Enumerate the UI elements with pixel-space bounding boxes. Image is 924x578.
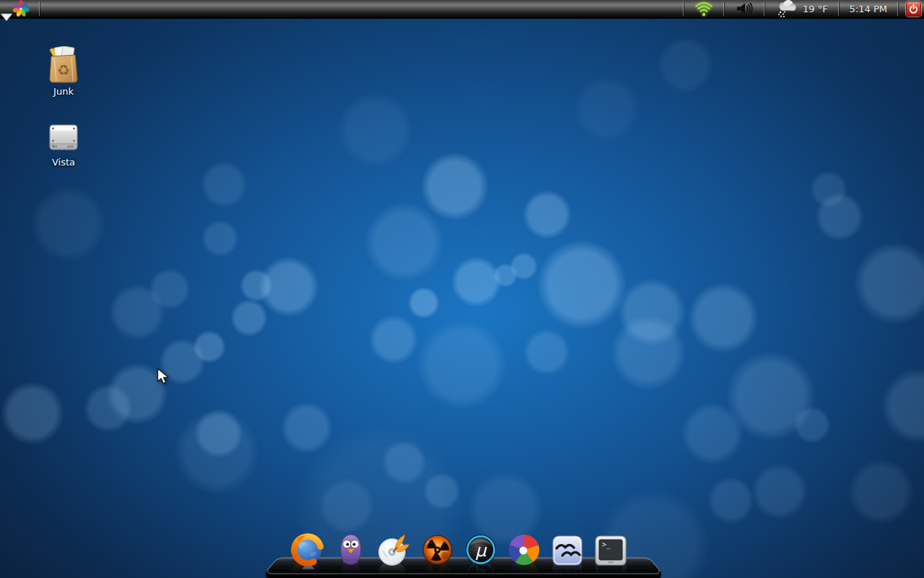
clock-label: 5:14 PM: [850, 4, 887, 14]
wifi-signal-icon: [694, 1, 713, 17]
bokeh-circle: [815, 192, 864, 241]
desktop-icon-vista[interactable]: Vista: [33, 120, 94, 168]
bokeh-circle: [421, 152, 489, 220]
panel-separator: [838, 1, 840, 16]
bokeh-circle: [510, 252, 538, 280]
bokeh-circle: [417, 320, 507, 410]
desktop[interactable]: ♻ Junk Vista: [0, 0, 924, 578]
bokeh-circle: [382, 440, 427, 485]
bokeh-circle: [258, 256, 318, 316]
picasa-pinwheel-icon: [507, 533, 541, 566]
bokeh-circle: [523, 190, 572, 239]
volume-tray-item[interactable]: [726, 0, 762, 17]
dock-item-openoffice[interactable]: [551, 529, 584, 566]
panel-separator: [897, 1, 899, 16]
bokeh-circle: [688, 282, 759, 354]
bokeh-circle: [201, 220, 239, 257]
pidgin-bird-icon: [335, 532, 367, 566]
bokeh-circle: [106, 363, 168, 425]
panel-separator: [683, 1, 684, 16]
bokeh-circle: [149, 268, 190, 309]
bokeh-circle: [810, 171, 847, 208]
desktop-icon-junk[interactable]: ♻ Junk: [33, 46, 94, 97]
firefox-icon: [291, 533, 324, 566]
dock-items: µ: [291, 529, 627, 566]
bokeh-circle: [707, 477, 754, 524]
panel-separator: [39, 1, 40, 16]
bokeh-circle: [611, 315, 686, 390]
power-button[interactable]: [906, 1, 921, 17]
bokeh-circle: [618, 278, 686, 346]
terminal-icon: >_: [594, 535, 627, 566]
panel-separator: [764, 1, 765, 16]
snow-cloud-icon: [775, 0, 798, 18]
dock-item-cd-butterfly[interactable]: [378, 529, 411, 566]
bokeh-circle: [201, 161, 248, 208]
bokeh-circle: [681, 402, 744, 465]
panel-separator: [723, 1, 725, 16]
bokeh-circle: [31, 186, 106, 262]
bokeh-circle: [451, 256, 502, 307]
dock-item-radiation[interactable]: [421, 529, 454, 566]
vignette-overlay: [0, 0, 924, 578]
weather-tray-item[interactable]: 19 °F: [767, 0, 837, 17]
temperature-label: 19 °F: [803, 4, 828, 14]
dock-item-pidgin[interactable]: [334, 529, 367, 566]
bokeh-circle: [408, 287, 440, 319]
bokeh-circle: [365, 202, 443, 281]
dock-item-firefox[interactable]: [291, 529, 324, 566]
app-menu-button[interactable]: [12, 0, 30, 17]
top-panel: 19 °F 5:14 PM: [0, 0, 924, 19]
terminal-prompt-glyph: >_: [602, 540, 611, 549]
dock: µ: [260, 525, 667, 578]
bokeh-circle: [240, 269, 274, 303]
bokeh-circle: [854, 242, 924, 324]
wifi-tray-item[interactable]: [686, 0, 722, 17]
bokeh-circle: [159, 338, 206, 385]
panel-hide-arrow-icon[interactable]: [0, 11, 13, 25]
bokeh-circle: [84, 384, 133, 433]
bokeh-circle: [281, 402, 334, 454]
dock-item-picasa[interactable]: [507, 529, 541, 566]
bokeh-circle: [574, 76, 640, 142]
pinwheel-menu-icon: [12, 0, 30, 18]
clock-tray-item[interactable]: 5:14 PM: [841, 0, 896, 17]
bokeh-circle: [1, 381, 64, 445]
cd-butterfly-icon: [378, 533, 411, 566]
bokeh-circle: [193, 330, 227, 364]
dock-item-utorrent[interactable]: µ: [464, 529, 497, 566]
bokeh-circle: [726, 351, 816, 441]
bokeh-circle: [537, 240, 627, 330]
bokeh-circle: [338, 92, 413, 168]
bokeh-circle: [230, 299, 268, 337]
utorrent-icon: µ: [464, 533, 497, 566]
bokeh-circle: [493, 263, 518, 288]
bokeh-circle: [109, 284, 165, 340]
hard-drive-icon: [33, 120, 94, 155]
bokeh-circle: [523, 329, 570, 376]
bokeh-circle: [658, 37, 714, 93]
bokeh-circle: [881, 368, 924, 444]
desktop-icon-label: Junk: [33, 86, 94, 97]
bokeh-circle: [175, 410, 259, 494]
svg-text:♻: ♻: [57, 61, 70, 79]
power-icon: [908, 4, 919, 14]
speaker-volume-icon: [735, 1, 754, 16]
desktop-icon-label: Vista: [33, 157, 94, 168]
bokeh-circle: [423, 473, 461, 510]
openoffice-gulls-icon: [552, 535, 583, 566]
dock-item-terminal[interactable]: >_: [594, 529, 627, 566]
utorrent-mu-glyph: µ: [475, 540, 487, 561]
bokeh-circle: [194, 409, 243, 458]
system-tray: 19 °F 5:14 PM: [681, 0, 924, 17]
bokeh-circle: [369, 315, 418, 364]
trash-bag-icon: ♻: [33, 46, 94, 84]
bokeh-circle: [793, 406, 831, 444]
bokeh-circle: [848, 459, 914, 525]
bokeh-circle: [751, 463, 808, 519]
radiation-icon: [421, 533, 454, 566]
mouse-cursor: [157, 368, 170, 389]
